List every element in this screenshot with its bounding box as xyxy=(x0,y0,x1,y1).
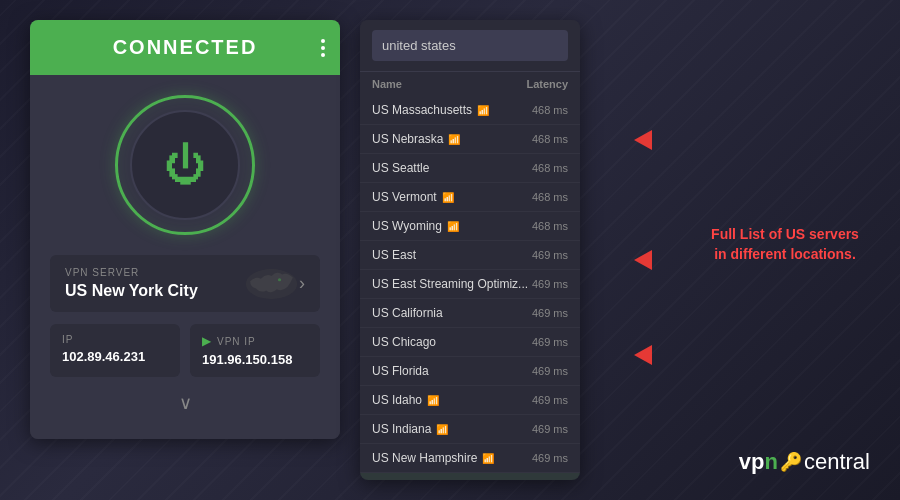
server-list-item[interactable]: US New Hampshire📶469 ms xyxy=(360,444,580,473)
vpn-server-label: VPN SERVER xyxy=(65,267,244,278)
search-box xyxy=(360,20,580,72)
server-list-item[interactable]: US New York City469 ms xyxy=(360,473,580,480)
signal-icon: 📶 xyxy=(482,453,494,464)
server-list-item[interactable]: US Nebraska📶468 ms xyxy=(360,125,580,154)
vpn-ip-label: ▶ VPN IP xyxy=(202,334,308,348)
local-ip-label: IP xyxy=(62,334,168,345)
server-item-name: US Massachusetts📶 xyxy=(372,103,489,117)
signal-icon: 📶 xyxy=(427,395,439,406)
server-list-item[interactable]: US Wyoming📶468 ms xyxy=(360,212,580,241)
server-item-name: US Wyoming📶 xyxy=(372,219,459,233)
server-list-panel: Name Latency US Massachusetts📶468 msUS N… xyxy=(360,20,580,480)
server-list-items: US Massachusetts📶468 msUS Nebraska📶468 m… xyxy=(360,96,580,480)
server-item-name: US Indiana📶 xyxy=(372,422,448,436)
vpn-server-name: US New York City xyxy=(65,282,244,300)
server-item-latency: 469 ms xyxy=(532,394,568,406)
server-item-latency: 468 ms xyxy=(532,162,568,174)
server-search-input[interactable] xyxy=(372,30,568,61)
server-item-name: US New Hampshire📶 xyxy=(372,451,494,465)
server-item-latency: 469 ms xyxy=(532,452,568,464)
server-item-latency: 468 ms xyxy=(532,191,568,203)
server-item-latency: 469 ms xyxy=(532,307,568,319)
collapse-chevron[interactable]: ∨ xyxy=(179,392,192,419)
server-item-name: US Chicago xyxy=(372,335,436,349)
server-list-header: Name Latency xyxy=(360,72,580,96)
local-ip-value: 102.89.46.231 xyxy=(62,349,168,364)
local-ip-box: IP 102.89.46.231 xyxy=(50,324,180,377)
connection-status: CONNECTED xyxy=(50,36,320,59)
vpn-body: ⏻ VPN SERVER US New York City › xyxy=(30,75,340,439)
server-list-item[interactable]: US East469 ms xyxy=(360,241,580,270)
server-item-name: US Vermont📶 xyxy=(372,190,454,204)
server-list-item[interactable]: US Massachusetts📶468 ms xyxy=(360,96,580,125)
signal-icon: 📶 xyxy=(442,192,454,203)
server-item-latency: 469 ms xyxy=(532,278,568,290)
signal-icon: 📶 xyxy=(436,424,448,435)
server-item-name: US California xyxy=(372,306,443,320)
server-list-item[interactable]: US California469 ms xyxy=(360,299,580,328)
col-name-header: Name xyxy=(372,78,402,90)
vpn-server-selector[interactable]: VPN SERVER US New York City › xyxy=(50,255,320,312)
server-list-item[interactable]: US Vermont📶468 ms xyxy=(360,183,580,212)
col-latency-header: Latency xyxy=(526,78,568,90)
server-arrow-icon: › xyxy=(299,273,305,294)
server-list-item[interactable]: US Chicago469 ms xyxy=(360,328,580,357)
server-item-latency: 468 ms xyxy=(532,220,568,232)
signal-icon: 📶 xyxy=(447,221,459,232)
server-item-name: US Nebraska📶 xyxy=(372,132,460,146)
server-item-name: US Idaho📶 xyxy=(372,393,439,407)
server-item-latency: 469 ms xyxy=(532,336,568,348)
signal-icon: 📶 xyxy=(448,134,460,145)
server-list-item[interactable]: US Seattle468 ms xyxy=(360,154,580,183)
vpn-ip-section: IP 102.89.46.231 ▶ VPN IP 191.96.150.158 xyxy=(50,324,320,377)
vpn-server-info: VPN SERVER US New York City xyxy=(65,267,244,300)
server-item-latency: 468 ms xyxy=(532,104,568,116)
power-circle-inner: ⏻ xyxy=(130,110,240,220)
server-item-latency: 469 ms xyxy=(532,249,568,261)
server-item-latency: 469 ms xyxy=(532,365,568,377)
server-list-item[interactable]: US Idaho📶469 ms xyxy=(360,386,580,415)
main-layout: CONNECTED ⏻ VPN SERVER US New York City xyxy=(0,0,900,500)
signal-icon: 📶 xyxy=(477,105,489,116)
vpn-ip-box: ▶ VPN IP 191.96.150.158 xyxy=(190,324,320,377)
server-item-name: US East Streaming Optimiz... xyxy=(372,277,528,291)
menu-button[interactable] xyxy=(321,39,325,57)
server-item-name: US Florida xyxy=(372,364,429,378)
vpn-panel: CONNECTED ⏻ VPN SERVER US New York City xyxy=(30,20,340,439)
server-list-item[interactable]: US Indiana📶469 ms xyxy=(360,415,580,444)
server-item-latency: 468 ms xyxy=(532,133,568,145)
world-map-icon xyxy=(244,268,299,300)
server-item-latency: 469 ms xyxy=(532,423,568,435)
power-icon: ⏻ xyxy=(164,144,206,186)
power-button[interactable]: ⏻ xyxy=(115,95,255,235)
server-list-item[interactable]: US Florida469 ms xyxy=(360,357,580,386)
server-item-name: US Seattle xyxy=(372,161,429,175)
vpn-ip-value: 191.96.150.158 xyxy=(202,352,308,367)
vpn-header: CONNECTED xyxy=(30,20,340,75)
svg-point-1 xyxy=(278,278,281,281)
server-list-item[interactable]: US East Streaming Optimiz...469 ms xyxy=(360,270,580,299)
server-item-name: US East xyxy=(372,248,416,262)
